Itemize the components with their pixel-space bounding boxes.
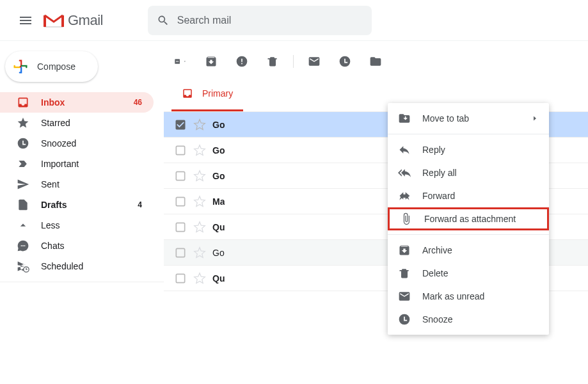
context-menu-archive[interactable]: Archive (388, 239, 549, 262)
sidebar-item-sent[interactable]: Sent (0, 174, 154, 195)
context-menu-delete[interactable]: Delete (388, 262, 549, 285)
row-checkbox[interactable] (174, 170, 187, 182)
sidebar-item-scheduled[interactable]: Scheduled (0, 256, 154, 276)
inbox-icon (17, 96, 29, 109)
context-menu-move-to-tab[interactable]: Move to tab (388, 107, 549, 130)
mail-icon (308, 55, 321, 68)
move-to-button[interactable] (369, 55, 382, 68)
context-menu-item-label: Reply (422, 145, 445, 155)
select-all-button[interactable] (174, 55, 187, 68)
sidebar-item-less[interactable]: Less (0, 215, 154, 236)
sidebar-item-drafts[interactable]: Drafts 4 (0, 195, 154, 215)
chat-icon (17, 239, 29, 252)
tab-label: Primary (202, 88, 233, 99)
mark-unread-button[interactable] (308, 55, 321, 68)
row-checkbox[interactable] (174, 144, 187, 157)
svg-rect-3 (176, 197, 184, 205)
caret-down-icon (183, 58, 187, 65)
search-bar[interactable] (148, 6, 372, 35)
sidebar-item-label: Chats (41, 241, 142, 251)
compose-button-label: Compose (37, 61, 75, 72)
star-outline-icon (193, 144, 206, 157)
row-sender: Go (212, 120, 225, 130)
attachment-icon (400, 212, 413, 225)
svg-rect-5 (176, 248, 184, 257)
sidebar-item-count: 46 (134, 98, 142, 107)
row-star[interactable] (193, 272, 206, 285)
row-checkbox[interactable] (174, 246, 187, 259)
archive-icon (205, 55, 218, 68)
search-input[interactable] (177, 15, 363, 26)
app-header: Gmail (0, 0, 588, 41)
gmail-logo-icon (44, 13, 64, 28)
sidebar-item-label: Snoozed (41, 138, 142, 148)
row-star[interactable] (193, 195, 206, 208)
context-menu-snooze[interactable]: Snooze (388, 308, 549, 331)
sidebar-item-snoozed[interactable]: Snoozed (0, 133, 154, 154)
sidebar-item-label: Inbox (41, 97, 134, 108)
sidebar-item-label: Scheduled (41, 261, 142, 271)
star-outline-icon (193, 272, 206, 285)
context-menu-forward[interactable]: Forward (388, 184, 549, 207)
row-checkbox[interactable] (174, 272, 187, 285)
context-menu-reply[interactable]: Reply (388, 138, 549, 161)
reply-all-icon (398, 166, 411, 179)
sidebar-divider (0, 282, 164, 282)
archive-button[interactable] (205, 55, 218, 68)
archive-icon (398, 244, 411, 257)
checkbox-icon (174, 246, 187, 259)
context-menu-item-label: Snooze (422, 314, 452, 324)
main-menu-button[interactable] (10, 5, 41, 36)
context-menu-item-label: Forward (422, 191, 455, 201)
row-star[interactable] (193, 118, 206, 131)
context-menu-item-label: Mark as unread (422, 291, 484, 301)
star-outline-icon (193, 170, 206, 182)
chevron-up-icon (17, 219, 29, 232)
sidebar-item-chats[interactable]: Chats (0, 236, 154, 256)
snooze-button[interactable] (338, 55, 351, 68)
compose-button[interactable]: Compose (5, 51, 98, 82)
checkbox-icon (174, 221, 187, 234)
checkbox-icon (174, 170, 187, 182)
clock-icon (338, 55, 351, 68)
send-icon (17, 178, 29, 191)
scheduled-icon (17, 260, 29, 273)
mail-icon (398, 290, 411, 303)
content-area: Primary Go Go Go Ma (164, 41, 588, 384)
sidebar-item-label: Drafts (41, 200, 138, 210)
sidebar-item-starred[interactable]: Starred (0, 113, 154, 133)
checkbox-icon (174, 195, 187, 208)
chevron-right-icon (531, 115, 539, 122)
row-checkbox[interactable] (174, 221, 187, 234)
trash-icon (398, 267, 411, 280)
gmail-logo[interactable]: Gmail (44, 12, 103, 29)
gmail-logo-text: Gmail (68, 12, 103, 29)
svg-rect-4 (176, 223, 184, 231)
select-indeterminate-icon (174, 56, 180, 67)
tab-primary[interactable]: Primary (171, 77, 243, 111)
row-sender: Ma (212, 196, 225, 207)
context-menu-item-label: Move to tab (422, 113, 469, 124)
row-sender: Qu (212, 222, 225, 232)
sidebar: Compose Inbox 46 Starred Snoozed Importa… (0, 41, 164, 384)
report-spam-button[interactable] (235, 55, 248, 68)
hamburger-icon (18, 13, 33, 28)
row-checkbox[interactable] (174, 118, 187, 131)
row-sender: Go (212, 145, 225, 156)
row-checkbox[interactable] (174, 195, 187, 208)
clock-icon (17, 137, 29, 150)
sidebar-item-important[interactable]: Important (0, 154, 154, 174)
inbox-icon (182, 88, 193, 99)
row-star[interactable] (193, 144, 206, 157)
context-menu-mark-unread[interactable]: Mark as unread (388, 285, 549, 308)
row-star[interactable] (193, 221, 206, 234)
delete-button[interactable] (266, 55, 279, 68)
row-star[interactable] (193, 170, 206, 182)
row-star[interactable] (193, 246, 206, 259)
context-menu-item-label: Reply all (422, 168, 457, 178)
context-menu-forward-as-attachment[interactable]: Forward as attachment (388, 207, 549, 230)
sidebar-item-inbox[interactable]: Inbox 46 (0, 92, 154, 113)
svg-rect-1 (176, 146, 184, 154)
context-menu-reply-all[interactable]: Reply all (388, 161, 549, 184)
context-menu-item-label: Delete (422, 268, 448, 278)
